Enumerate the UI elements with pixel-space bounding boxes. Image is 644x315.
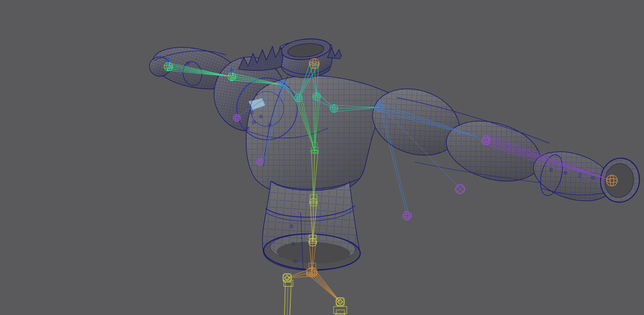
rivet-dot [565, 172, 566, 173]
rivet-dot [252, 112, 252, 113]
gizmo-z-axis[interactable] [169, 66, 174, 66]
rivet-dot [295, 261, 296, 262]
viewport-3d[interactable] [0, 0, 644, 315]
gizmo-z-axis[interactable] [233, 76, 237, 76]
rivet-dot [260, 116, 261, 117]
rivet-dot [293, 243, 293, 244]
rivet-dot [253, 122, 254, 123]
rivet-dot [188, 63, 188, 64]
rivet-dot [291, 226, 292, 227]
rivet-dot [269, 124, 270, 125]
rivet-dot [593, 177, 593, 178]
rivet-dot [247, 128, 248, 129]
rivet-dot [551, 169, 552, 170]
bone-base [313, 96, 320, 97]
scene-canvas[interactable] [0, 0, 644, 315]
